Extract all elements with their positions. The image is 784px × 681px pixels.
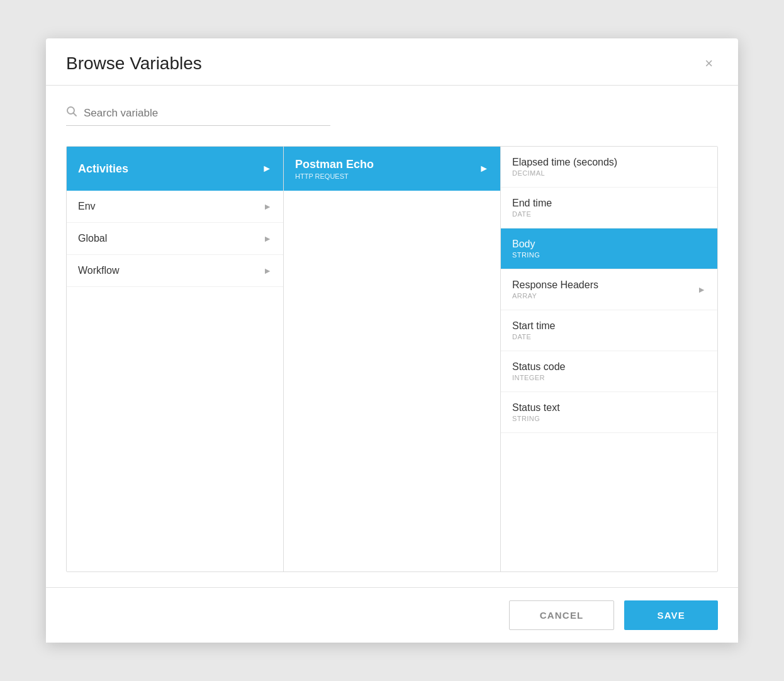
activities-header-arrow: ► xyxy=(262,163,272,174)
column-variables: Elapsed time (seconds) DECIMAL End time … xyxy=(501,147,717,571)
item-sub: DATE xyxy=(512,333,706,340)
item-label: Start time xyxy=(512,320,706,332)
list-item[interactable]: Status text STRING xyxy=(501,392,717,433)
item-sub: ARRAY xyxy=(512,292,697,300)
item-label: Env xyxy=(78,201,263,212)
close-button[interactable]: × xyxy=(700,54,718,73)
postman-echo-header-title: Postman Echo xyxy=(295,158,374,171)
activities-header-title: Activities xyxy=(78,162,128,176)
list-item[interactable]: Global ► xyxy=(67,223,283,255)
item-label: End time xyxy=(512,198,706,209)
postman-echo-header-sub: HTTP REQUEST xyxy=(295,172,374,180)
item-arrow: ► xyxy=(697,284,706,295)
item-label: Response Headers xyxy=(512,279,697,291)
item-label: Elapsed time (seconds) xyxy=(512,157,706,168)
svg-line-1 xyxy=(74,113,77,116)
list-item[interactable]: Workflow ► xyxy=(67,255,283,287)
cancel-button[interactable]: CANCEL xyxy=(509,600,615,630)
item-sub: DATE xyxy=(512,210,706,218)
search-container xyxy=(66,106,330,126)
list-item[interactable]: Response Headers ARRAY ► xyxy=(501,269,717,310)
item-sub: DECIMAL xyxy=(512,169,706,177)
item-label: Global xyxy=(78,233,263,244)
variables-items: Elapsed time (seconds) DECIMAL End time … xyxy=(501,147,717,571)
dialog-title: Browse Variables xyxy=(66,53,202,74)
item-label: Workflow xyxy=(78,265,263,276)
columns-container: Activities ► Env ► Global xyxy=(66,146,718,572)
browse-variables-dialog: Browse Variables × Activities ► xyxy=(46,38,738,643)
list-item[interactable]: Elapsed time (seconds) DECIMAL xyxy=(501,147,717,188)
save-button[interactable]: SAVE xyxy=(624,600,718,630)
column-header-postman-echo[interactable]: Postman Echo HTTP REQUEST ► xyxy=(284,147,500,191)
list-item[interactable]: Status code INTEGER xyxy=(501,351,717,392)
list-item[interactable]: Body STRING xyxy=(501,228,717,269)
column-header-activities[interactable]: Activities ► xyxy=(67,147,283,191)
item-arrow: ► xyxy=(263,266,272,276)
item-label: Status text xyxy=(512,402,706,414)
dialog-header: Browse Variables × xyxy=(46,38,738,86)
item-label: Status code xyxy=(512,361,706,373)
item-sub: STRING xyxy=(512,251,706,259)
activities-items: Env ► Global ► Workflow ► xyxy=(67,191,283,571)
search-icon xyxy=(66,106,77,120)
column-postman-echo: Postman Echo HTTP REQUEST ► xyxy=(284,147,501,571)
dialog-body: Activities ► Env ► Global xyxy=(46,86,738,587)
item-arrow: ► xyxy=(263,201,272,211)
item-arrow: ► xyxy=(263,234,272,244)
list-item[interactable]: Env ► xyxy=(67,191,283,223)
postman-echo-header-arrow: ► xyxy=(479,163,489,174)
column-activities: Activities ► Env ► Global xyxy=(67,147,284,571)
postman-echo-items xyxy=(284,191,500,571)
item-label: Body xyxy=(512,239,706,250)
item-sub: STRING xyxy=(512,415,706,422)
list-item[interactable]: Start time DATE xyxy=(501,310,717,351)
search-input[interactable] xyxy=(84,107,330,120)
list-item[interactable]: End time DATE xyxy=(501,188,717,228)
item-sub: INTEGER xyxy=(512,374,706,381)
dialog-footer: CANCEL SAVE xyxy=(46,587,738,643)
